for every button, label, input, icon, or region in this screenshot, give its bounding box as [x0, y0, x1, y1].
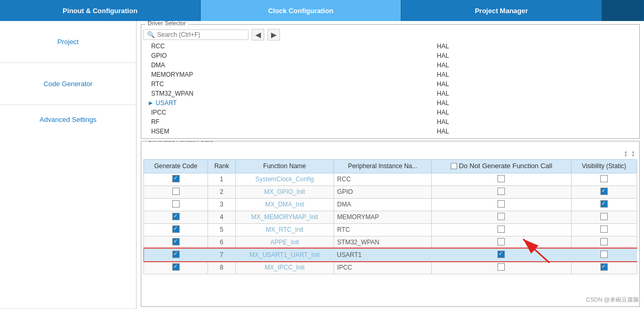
rank-cell: 7 [208, 249, 236, 261]
driver-selector-label: Driver Selector [146, 21, 188, 26]
top-tab-bar: Pinout & Configuration Clock Configurati… [0, 0, 644, 21]
do-not-generate-checkbox[interactable] [497, 225, 505, 233]
do-not-generate-cell[interactable] [432, 186, 572, 198]
generate-code-checkbox[interactable] [172, 263, 180, 271]
visibility-checkbox[interactable] [600, 188, 608, 195]
do-not-generate-cell[interactable] [432, 198, 572, 211]
visibility-cell[interactable] [571, 236, 637, 249]
sidebar-item-advanced-settings[interactable]: Advanced Settings [0, 105, 136, 309]
tab-pinout-configuration[interactable]: Pinout & Configuration [0, 0, 201, 21]
nav-next-btn[interactable]: ▶ [267, 29, 280, 40]
driver-search-row: 🔍 ◀ ▶ [143, 29, 637, 40]
generate-code-checkbox[interactable] [172, 251, 180, 258]
generate-code-cell[interactable] [144, 211, 208, 223]
nav-prev-btn[interactable]: ◀ [252, 29, 264, 40]
do-not-generate-cell[interactable] [432, 236, 572, 249]
func-table-row[interactable]: 3MX_DMA_InitDMA [144, 198, 637, 211]
function-name-cell: MX_RTC_Init [235, 223, 334, 236]
do-not-generate-checkbox[interactable] [497, 263, 505, 271]
driver-row[interactable]: STM32_WPANHAL [143, 89, 637, 98]
do-not-generate-checkbox[interactable] [497, 251, 505, 258]
generate-code-cell[interactable] [144, 249, 208, 261]
sidebar-item-project[interactable]: Project [0, 21, 136, 63]
rank-cell: 1 [208, 173, 236, 186]
visibility-checkbox[interactable] [600, 213, 608, 220]
search-icon: 🔍 [147, 31, 155, 38]
generate-code-checkbox[interactable] [172, 225, 180, 233]
sort-asc-icon[interactable]: ↕ [624, 149, 628, 158]
tab-project-manager[interactable]: Project Manager [401, 0, 602, 21]
driver-row[interactable]: HSEMHAL [143, 127, 637, 136]
visibility-checkbox[interactable] [600, 263, 608, 271]
func-table-row[interactable]: 6APPE_InitSTM32_WPAN [144, 236, 637, 249]
do-not-generate-cell[interactable] [432, 223, 572, 236]
do-not-generate-cell[interactable] [432, 261, 572, 274]
generate-code-cell[interactable] [144, 236, 208, 249]
generate-code-cell[interactable] [144, 198, 208, 211]
driver-row[interactable]: IPCCHAL [143, 108, 637, 117]
visibility-checkbox[interactable] [600, 225, 608, 233]
driver-row[interactable]: GPIOHAL [143, 51, 637, 60]
func-table-row[interactable]: 5MX_RTC_InitRTC [144, 223, 637, 236]
generate-code-checkbox[interactable] [172, 188, 180, 195]
driver-row[interactable]: RTCHAL [143, 79, 637, 89]
content-area: Driver Selector 🔍 ◀ ▶ RCCHAL GPIOHAL DMA… [137, 21, 644, 309]
search-input[interactable] [157, 31, 241, 38]
peripheral-cell: DMA [334, 198, 431, 211]
func-table-header-1: Rank [208, 160, 236, 173]
search-box[interactable]: 🔍 [143, 29, 248, 40]
generate-code-cell[interactable] [144, 186, 208, 198]
sort-desc-icon[interactable]: ↕ [631, 149, 635, 158]
func-table-row[interactable]: 8MX_IPCC_InitIPCC [144, 261, 637, 274]
visibility-cell[interactable] [571, 198, 637, 211]
func-table-row[interactable]: 2MX_GPIO_InitGPIO [144, 186, 637, 198]
generate-code-cell[interactable] [144, 261, 208, 274]
driver-row[interactable]: RFHAL [143, 117, 637, 127]
peripheral-cell: RCC [334, 173, 431, 186]
func-table-row[interactable]: 7MX_USART1_UART_InitUSART1 [144, 249, 637, 261]
visibility-checkbox[interactable] [600, 175, 608, 182]
generate-code-checkbox[interactable] [172, 200, 180, 208]
driver-row[interactable]: DMAHAL [143, 60, 637, 70]
do-not-generate-checkbox[interactable] [497, 188, 505, 195]
do-not-generate-cell[interactable] [432, 249, 572, 261]
generate-code-cell[interactable] [144, 173, 208, 186]
function-name-cell: APPE_Init [235, 236, 334, 249]
func-table-header-3: Peripheral Instance Na... [334, 160, 431, 173]
func-table-row[interactable]: 1SystemClock_ConfigRCC [144, 173, 637, 186]
generate-code-checkbox[interactable] [172, 238, 180, 245]
visibility-cell[interactable] [571, 186, 637, 198]
function-name-cell: MX_MEMORYMAP_Init [235, 211, 334, 223]
visibility-checkbox[interactable] [600, 200, 608, 208]
sidebar-item-code-generator[interactable]: Code Generator [0, 63, 136, 105]
do-not-generate-cell[interactable] [432, 211, 572, 223]
do-not-generate-checkbox[interactable] [497, 175, 505, 182]
do-not-generate-header-checkbox[interactable]: Do Not Generate Function Call [451, 162, 553, 170]
function-name-cell: MX_GPIO_Init [235, 186, 334, 198]
do-not-generate-checkbox[interactable] [497, 238, 505, 245]
tab-extra[interactable] [602, 0, 644, 21]
func-table-header-0: Generate Code [144, 160, 208, 173]
visibility-checkbox[interactable] [600, 251, 608, 258]
visibility-cell[interactable] [571, 223, 637, 236]
do-not-generate-checkbox[interactable] [497, 213, 505, 220]
driver-row[interactable]: RCCHAL [143, 42, 637, 51]
peripheral-cell: IPCC [334, 261, 431, 274]
visibility-cell[interactable] [571, 211, 637, 223]
generate-code-checkbox[interactable] [172, 175, 180, 182]
function-name-cell: MX_DMA_Init [235, 198, 334, 211]
driver-row[interactable]: MEMORYMAPHAL [143, 70, 637, 79]
driver-row[interactable]: ► USARTHAL [143, 98, 637, 108]
func-table-row[interactable]: 4MX_MEMORYMAP_InitMEMORYMAP [144, 211, 637, 223]
visibility-cell[interactable] [571, 173, 637, 186]
visibility-checkbox[interactable] [600, 238, 608, 245]
do-not-generate-checkbox[interactable] [497, 200, 505, 208]
do-not-generate-cell[interactable] [432, 173, 572, 186]
rank-cell: 3 [208, 198, 236, 211]
generate-code-cell[interactable] [144, 223, 208, 236]
tab-clock-configuration[interactable]: Clock Configuration [201, 0, 401, 21]
function-name-cell: MX_IPCC_Init [235, 261, 334, 274]
generate-code-checkbox[interactable] [172, 213, 180, 220]
visibility-cell[interactable] [571, 249, 637, 261]
visibility-cell[interactable] [571, 261, 637, 274]
